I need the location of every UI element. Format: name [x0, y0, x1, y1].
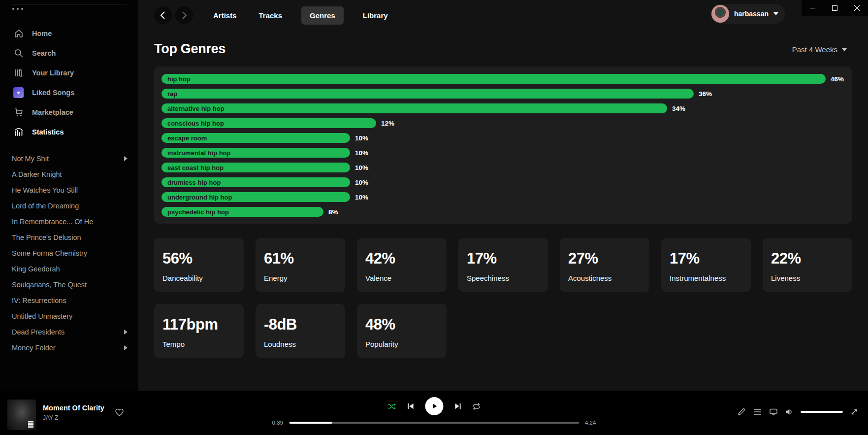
- next-button[interactable]: [454, 402, 461, 410]
- track-title[interactable]: Moment Of Clarity: [43, 404, 104, 412]
- cart-icon: [13, 107, 24, 118]
- shuffle-button[interactable]: [387, 402, 396, 410]
- genre-bar[interactable]: rap: [161, 89, 694, 99]
- stat-value: 42%: [365, 250, 442, 268]
- sidebar-item-your-library[interactable]: Your Library: [0, 63, 138, 83]
- lyrics-pencil-icon[interactable]: [738, 407, 746, 416]
- genre-bar[interactable]: instrumental hip hop: [161, 148, 350, 158]
- playlist-item-king-geedorah[interactable]: King Geedorah: [0, 261, 138, 277]
- playlist-item-iv-resurrections[interactable]: IV: Resurrections: [0, 293, 138, 308]
- player-bar: Moment Of Clarity JAY-Z 0:39: [0, 391, 868, 435]
- tab-genres[interactable]: Genres: [301, 6, 344, 25]
- tab-artists[interactable]: Artists: [210, 11, 240, 20]
- playlist-item-in-remembrance-of-he[interactable]: In Remembrance... Of He: [0, 214, 138, 230]
- close-button[interactable]: [846, 0, 868, 16]
- total-time: 4:24: [585, 420, 598, 426]
- playlist-item-lord-of-the-dreaming[interactable]: Lord of the Dreaming: [0, 198, 138, 214]
- playlist-item-a-darker-knight[interactable]: A Darker Knight: [0, 167, 138, 182]
- genre-bar-value: 10%: [355, 194, 368, 201]
- playlist-label: Not My Shit: [12, 155, 49, 163]
- chevron-down-icon: [842, 48, 847, 51]
- genre-bar[interactable]: underground hip hop: [161, 192, 350, 202]
- minimize-button[interactable]: [802, 0, 824, 16]
- genre-bar-row: underground hip hop 10%: [161, 192, 844, 202]
- genre-bar[interactable]: alternative hip hop: [161, 103, 667, 113]
- sidebar-item-label: Search: [32, 49, 56, 57]
- back-button[interactable]: [154, 6, 172, 24]
- playlist-item-the-prince-s-delusion[interactable]: The Prince's Delusion: [0, 230, 138, 245]
- sidebar-item-search[interactable]: Search: [0, 43, 138, 63]
- sidebar-item-statistics[interactable]: Statistics: [0, 122, 138, 142]
- genre-bar-value: 12%: [381, 120, 394, 127]
- stat-label: Tempo: [162, 340, 239, 348]
- genre-bar-row: psychedelic hip hop 8%: [161, 207, 844, 217]
- genre-bar[interactable]: east coast hip hop: [161, 163, 350, 172]
- playlist-item-money-folder[interactable]: Money Folder: [0, 340, 138, 356]
- connect-device-icon[interactable]: [769, 408, 778, 416]
- tab-tracks[interactable]: Tracks: [256, 11, 286, 20]
- stat-value: 17%: [670, 250, 746, 268]
- volume-slider[interactable]: [801, 411, 843, 413]
- previous-button[interactable]: [407, 402, 414, 410]
- stat-value: 27%: [568, 250, 644, 268]
- stat-card-instrumentalness: 17% Instrumentalness: [661, 238, 751, 292]
- repeat-button[interactable]: [472, 402, 481, 410]
- stat-label: Loudness: [264, 340, 340, 348]
- tab-library[interactable]: Library: [360, 11, 391, 20]
- track-artist[interactable]: JAY-Z: [43, 414, 104, 421]
- queue-icon[interactable]: [753, 408, 762, 416]
- playlist-item-some-forma-chemistry[interactable]: Some Forma Chemistry: [0, 245, 138, 261]
- like-button[interactable]: [115, 408, 124, 419]
- playlist-item-untitled-unmastery[interactable]: Untitled Unmastery: [0, 308, 138, 324]
- stat-label: Instrumentalness: [670, 274, 746, 282]
- stat-value: -8dB: [264, 316, 340, 334]
- sidebar-item-label: Home: [32, 30, 52, 37]
- progress-fill: [289, 422, 332, 424]
- stat-card-danceability: 56% Danceability: [154, 238, 244, 292]
- playlist-item-not-my-shit[interactable]: Not My Shit: [0, 151, 138, 167]
- album-art[interactable]: [7, 400, 36, 430]
- genre-bar-label: rap: [167, 90, 177, 98]
- time-range-dropdown[interactable]: Past 4 Weeks: [792, 45, 847, 54]
- genre-bar[interactable]: drumless hip hop: [161, 177, 350, 187]
- maximize-button[interactable]: [824, 0, 846, 16]
- sidebar-item-home[interactable]: Home: [0, 24, 138, 43]
- progress-section: 0:39 4:24: [270, 420, 598, 426]
- genre-bar[interactable]: escape room: [161, 133, 350, 143]
- tab-label: Artists: [213, 11, 237, 20]
- search-icon: [13, 48, 24, 59]
- home-icon: [13, 29, 24, 39]
- sidebar-item-label: Liked Songs: [32, 89, 74, 97]
- chevron-right-icon: [124, 345, 128, 350]
- genre-bar-row: instrumental hip hop 10%: [161, 148, 844, 158]
- sidebar-item-marketplace[interactable]: Marketplace: [0, 102, 138, 122]
- playlist-label: He Watches You Still: [12, 186, 78, 194]
- playlist-label: Untitled Unmastery: [12, 312, 72, 320]
- liked-songs-icon: ♥: [13, 88, 24, 98]
- genre-bar[interactable]: hip hop: [161, 74, 826, 84]
- fullscreen-icon[interactable]: [850, 408, 858, 416]
- play-button[interactable]: [425, 397, 443, 415]
- volume-icon[interactable]: [785, 408, 793, 416]
- genre-bar-row: hip hop 46%: [161, 74, 844, 84]
- library-icon: [13, 68, 24, 78]
- window-menu-icon[interactable]: [12, 8, 23, 10]
- genre-bar[interactable]: conscious hip hop: [161, 118, 376, 128]
- genre-bar-row: escape room 10%: [161, 133, 844, 143]
- playlist-item-soulqarians-the-quest[interactable]: Soulqarians, The Quest: [0, 277, 138, 293]
- playlist-item-dead-presidents[interactable]: Dead Presidents: [0, 324, 138, 340]
- sidebar-item-liked-songs[interactable]: ♥ Liked Songs: [0, 83, 138, 102]
- player-right-controls: [738, 407, 858, 416]
- genre-bar[interactable]: psychedelic hip hop: [161, 207, 323, 217]
- stat-card-acousticness: 27% Acousticness: [560, 238, 649, 292]
- playlist-item-he-watches-you-still[interactable]: He Watches You Still: [0, 182, 138, 198]
- stat-value: 61%: [264, 250, 340, 268]
- page-title: Top Genres: [154, 41, 225, 57]
- progress-bar[interactable]: [289, 422, 579, 424]
- genre-bar-row: conscious hip hop 12%: [161, 118, 844, 128]
- genre-bar-value: 46%: [831, 75, 844, 83]
- user-menu[interactable]: harbassan: [710, 4, 785, 24]
- forward-button[interactable]: [175, 6, 193, 24]
- volume-fill: [801, 411, 843, 413]
- genre-bar-label: drumless hip hop: [167, 179, 221, 186]
